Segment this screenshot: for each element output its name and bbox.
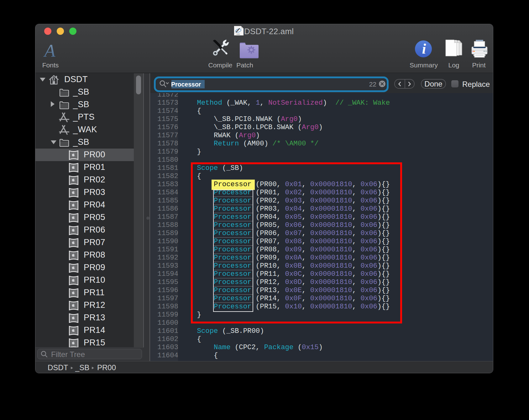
svg-text:AML: AML (236, 33, 240, 35)
svg-text:i: i (422, 41, 426, 57)
svg-text:A: A (43, 43, 55, 58)
